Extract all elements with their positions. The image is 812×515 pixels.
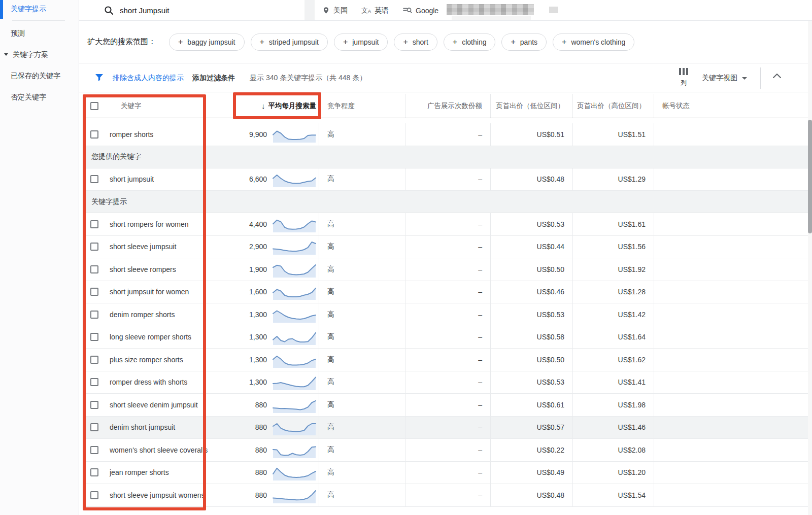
network-value: Google bbox=[416, 7, 438, 15]
exclude-adult-filter-link[interactable]: 排除含成人内容的提示 bbox=[113, 74, 184, 83]
row-checkbox[interactable] bbox=[90, 243, 98, 251]
table-spacer bbox=[83, 118, 808, 123]
plus-icon: + bbox=[453, 38, 457, 47]
table-row[interactable]: short sleeve jumpsuit2,900高–US$0.44US$1.… bbox=[83, 236, 808, 259]
expander-icon bbox=[4, 53, 8, 56]
table-row[interactable]: short sleeve rompers1,900高–US$0.50US$1.9… bbox=[83, 258, 808, 281]
header-top-bid-high[interactable]: 页首出价（高位区间） bbox=[572, 94, 654, 118]
table-row[interactable]: romper shorts9,900高–US$0.51US$1.51 bbox=[83, 123, 808, 146]
avg-searches-value: 880 bbox=[255, 491, 267, 499]
table-body: romper shorts9,900高–US$0.51US$1.51您提供的关键… bbox=[83, 123, 808, 507]
row-checkbox[interactable] bbox=[90, 356, 98, 364]
top-bid-low-cell: US$0.61 bbox=[490, 394, 572, 416]
sidebar-item-keyword-plan[interactable]: 关键字方案 bbox=[4, 50, 48, 59]
scrollbar-thumb[interactable] bbox=[808, 120, 812, 233]
broaden-chip[interactable]: +striped jumpsuit bbox=[251, 33, 328, 51]
avg-searches-value: 1,300 bbox=[249, 333, 267, 341]
row-checkbox[interactable] bbox=[90, 311, 98, 319]
table-row[interactable]: denim romper shorts1,300高–US$0.53US$1.42 bbox=[83, 303, 808, 326]
broaden-chip[interactable]: +clothing bbox=[444, 33, 496, 51]
table-row[interactable]: romper dress with shorts1,300高–US$0.53US… bbox=[83, 371, 808, 394]
competition-cell: 高 bbox=[319, 349, 405, 371]
table-row[interactable]: jean romper shorts880高–US$0.49US$1.20 bbox=[83, 462, 808, 485]
row-checkbox[interactable] bbox=[90, 220, 98, 228]
table-row[interactable]: short jumpsuit for women1,600高–US$0.46US… bbox=[83, 281, 808, 304]
network-setting-button[interactable]: Google bbox=[403, 0, 438, 21]
keyword-text: denim short jumpsuit bbox=[110, 423, 175, 431]
location-setting-button[interactable]: 美国 bbox=[322, 0, 348, 21]
sidebar-item-forecast[interactable]: 预测 bbox=[11, 29, 25, 38]
broaden-chip[interactable]: +pants bbox=[501, 33, 547, 51]
table-row[interactable]: short jumpsuit6,600高–US$0.48US$1.29 bbox=[83, 168, 808, 191]
row-checkbox[interactable] bbox=[90, 288, 98, 296]
keyword-text: short sleeve rompers bbox=[110, 265, 176, 273]
results-count-text: 显示 340 条关键字提示（共 448 条） bbox=[250, 74, 366, 83]
columns-button[interactable]: 列 bbox=[676, 68, 691, 87]
sidebar-item-keyword-ideas[interactable]: 关键字提示 bbox=[11, 5, 46, 14]
chip-label: pants bbox=[520, 38, 537, 46]
table-row[interactable]: women's short sleeve coveralls880高–US$0.… bbox=[83, 439, 808, 462]
add-filter-button[interactable]: 添加过滤条件 bbox=[192, 74, 235, 83]
competition-cell: 高 bbox=[319, 439, 405, 461]
search-trend-sparkline bbox=[272, 126, 318, 143]
plus-icon: + bbox=[260, 38, 264, 47]
search-trend-sparkline bbox=[272, 419, 318, 436]
row-checkbox[interactable] bbox=[90, 333, 98, 341]
sidebar-item-negative-keywords[interactable]: 否定关键字 bbox=[11, 93, 46, 102]
row-checkbox[interactable] bbox=[90, 491, 98, 499]
competition-cell: 高 bbox=[319, 123, 405, 146]
avg-searches-cell: 880 bbox=[233, 462, 319, 484]
top-bid-high-cell: US$1.41 bbox=[572, 371, 654, 394]
row-checkbox[interactable] bbox=[90, 401, 98, 409]
row-checkbox[interactable] bbox=[90, 175, 98, 183]
table-header-row: 关键字 ↓ 平均每月搜索量 竞争程度 广告展示次数份额 页首出价（低位区间） 页… bbox=[83, 94, 808, 118]
broaden-chip[interactable]: +short bbox=[394, 33, 437, 51]
keyword-text: short jumpsuit bbox=[110, 175, 154, 183]
broaden-chip[interactable]: +jumpsuit bbox=[334, 33, 388, 51]
redacted-underline bbox=[452, 16, 531, 20]
table-row[interactable]: plus size romper shorts1,300高–US$0.50US$… bbox=[83, 349, 808, 371]
sidebar-item-saved-keywords[interactable]: 已保存的关键字 bbox=[11, 72, 60, 81]
row-checkbox[interactable] bbox=[90, 378, 98, 386]
header-account-status[interactable]: 帐号状态 bbox=[654, 94, 808, 118]
broaden-chip[interactable]: +women's clothing bbox=[553, 33, 634, 51]
row-checkbox[interactable] bbox=[90, 423, 98, 431]
section-row: 关键字提示 bbox=[83, 191, 808, 213]
ad-impression-share-cell: – bbox=[405, 123, 490, 146]
row-checkbox[interactable] bbox=[90, 446, 98, 454]
top-bid-high-cell: US$1.62 bbox=[572, 349, 654, 371]
header-competition[interactable]: 竞争程度 bbox=[319, 94, 405, 118]
competition-cell: 高 bbox=[319, 303, 405, 326]
header-ad-impression-share[interactable]: 广告展示次数份额 bbox=[405, 94, 490, 118]
table-row[interactable]: denim short jumpsuit880高–US$0.57US$1.46 bbox=[83, 417, 808, 439]
keyword-text: long sleeve romper shorts bbox=[110, 333, 191, 341]
table-row[interactable]: long sleeve romper shorts1,300高–US$0.58U… bbox=[83, 326, 808, 349]
table-row[interactable]: short rompers for women4,400高–US$0.53US$… bbox=[83, 213, 808, 236]
search-input[interactable]: short Jumpsuit bbox=[87, 0, 315, 21]
keyword-text: plus size romper shorts bbox=[110, 356, 183, 364]
redacted-date-range bbox=[447, 4, 534, 15]
chip-label: striped jumpsuit bbox=[269, 38, 319, 46]
language-setting-button[interactable]: 文A 英语 bbox=[361, 0, 389, 21]
broaden-chip[interactable]: +baggy jumpsuit bbox=[169, 33, 245, 51]
select-all-checkbox[interactable] bbox=[90, 102, 98, 110]
table-row[interactable]: short sleeve denim jumpsuit880高–US$0.61U… bbox=[83, 394, 808, 417]
collapse-panel-button[interactable] bbox=[771, 72, 783, 81]
avg-searches-cell: 880 bbox=[233, 417, 319, 439]
toolbar-divider bbox=[760, 67, 761, 89]
ad-impression-share-cell: – bbox=[405, 236, 490, 258]
row-checkbox[interactable] bbox=[90, 468, 98, 476]
ad-impression-share-cell: – bbox=[405, 326, 490, 349]
header-keyword[interactable]: 关键字 bbox=[83, 94, 233, 118]
top-bid-low-cell: US$0.49 bbox=[490, 462, 572, 484]
header-top-bid-low[interactable]: 页首出价（低位区间） bbox=[490, 94, 572, 118]
row-checkbox[interactable] bbox=[90, 130, 98, 139]
top-bid-low-cell: US$0.53 bbox=[490, 371, 572, 394]
row-checkbox[interactable] bbox=[90, 265, 98, 273]
keyword-view-dropdown[interactable]: 关键字视图 bbox=[702, 74, 747, 83]
avg-searches-value: 1,300 bbox=[249, 356, 267, 364]
header-avg-monthly-searches[interactable]: ↓ 平均每月搜索量 bbox=[233, 94, 319, 118]
keyword-cell: romper dress with shorts bbox=[83, 371, 233, 394]
table-row[interactable]: short sleeve jumpsuit womens880高–US$0.48… bbox=[83, 484, 808, 507]
keyword-cell: short sleeve jumpsuit womens bbox=[83, 484, 233, 506]
